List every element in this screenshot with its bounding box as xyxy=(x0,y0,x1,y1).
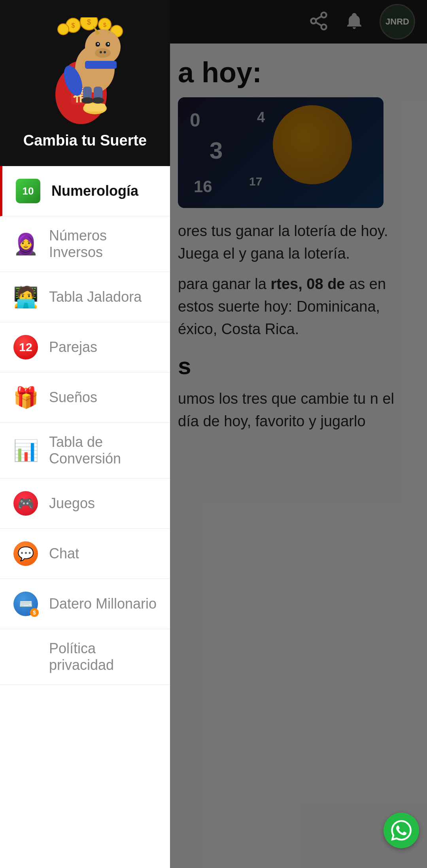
svg-point-27 xyxy=(100,51,102,53)
nav-item-numeros-inversos[interactable]: 🧕 Números Inversos xyxy=(0,216,170,272)
whatsapp-icon xyxy=(391,820,412,841)
nav-item-politica-privacidad[interactable]: Política privacidad xyxy=(0,629,170,685)
svg-point-25 xyxy=(97,43,99,45)
nav-item-tabla-conversion[interactable]: 📊 Tabla de Conversión xyxy=(0,423,170,478)
tabla-jaladora-icon: 🧑‍💻 xyxy=(12,283,40,311)
numeros-inversos-icon: 🧕 xyxy=(12,230,40,258)
nav-label-juegos: Juegos xyxy=(49,495,95,512)
svg-point-37 xyxy=(81,97,93,104)
datero-millonario-icon: ⌨️ $ xyxy=(12,590,40,618)
tabla-conversion-icon: 📊 xyxy=(12,437,40,464)
parejas-icon: 12 xyxy=(12,333,40,361)
svg-rect-33 xyxy=(85,61,117,69)
drawer-logo: $ $ $ 福 xyxy=(23,17,147,149)
nav-item-suenos[interactable]: 🎁 Sueños xyxy=(0,373,170,423)
nav-label-numeros-inversos: Números Inversos xyxy=(49,227,158,261)
svg-rect-19 xyxy=(84,104,106,112)
nav-label-politica-privacidad: Política privacidad xyxy=(49,640,158,673)
svg-point-26 xyxy=(108,43,109,45)
nav-label-chat: Chat xyxy=(49,545,79,562)
svg-point-32 xyxy=(110,38,119,52)
svg-point-28 xyxy=(104,51,106,53)
svg-text:$: $ xyxy=(87,18,91,26)
svg-text:$: $ xyxy=(103,22,106,28)
nav-item-datero-millonario[interactable]: ⌨️ $ Datero Millonario xyxy=(0,579,170,629)
juegos-icon: 🎮 xyxy=(12,490,40,517)
nav-item-parejas[interactable]: 12 Parejas xyxy=(0,322,170,373)
nav-item-chat[interactable]: 💬 Chat xyxy=(0,529,170,579)
suenos-icon: 🎁 xyxy=(12,384,40,411)
nav-item-juegos[interactable]: 🎮 Juegos xyxy=(0,478,170,529)
svg-point-31 xyxy=(86,38,96,52)
nav-item-tabla-jaladora[interactable]: 🧑‍💻 Tabla Jaladora xyxy=(0,272,170,322)
drawer-header: $ $ $ 福 xyxy=(0,0,170,166)
svg-point-11 xyxy=(58,24,69,35)
svg-point-22 xyxy=(95,48,111,58)
nav-label-tabla-conversion: Tabla de Conversión xyxy=(49,434,158,467)
svg-text:$: $ xyxy=(72,22,75,29)
drawer-overlay[interactable] xyxy=(170,0,427,868)
nav-label-datero-millonario: Datero Millonario xyxy=(49,596,157,612)
svg-point-38 xyxy=(92,97,104,104)
drawer-brand-text: Cambia tu Suerte xyxy=(23,132,147,149)
drawer-nav: 10 Numerología 🧕 Números Inversos 🧑‍💻 Ta… xyxy=(0,166,170,868)
nav-label-tabla-jaladora: Tabla Jaladora xyxy=(49,289,142,305)
navigation-drawer: $ $ $ 福 xyxy=(0,0,170,868)
nav-item-numerologia[interactable]: 10 Numerología xyxy=(0,166,170,216)
mascot-illustration: $ $ $ 福 xyxy=(34,17,136,128)
nav-label-numerologia: Numerología xyxy=(51,183,138,199)
whatsapp-fab[interactable] xyxy=(384,813,419,848)
numerologia-icon: 10 xyxy=(14,177,42,205)
nav-label-suenos: Sueños xyxy=(49,389,97,406)
nav-label-parejas: Parejas xyxy=(49,339,97,356)
chat-icon: 💬 xyxy=(12,540,40,567)
politica-privacidad-icon xyxy=(12,643,40,671)
